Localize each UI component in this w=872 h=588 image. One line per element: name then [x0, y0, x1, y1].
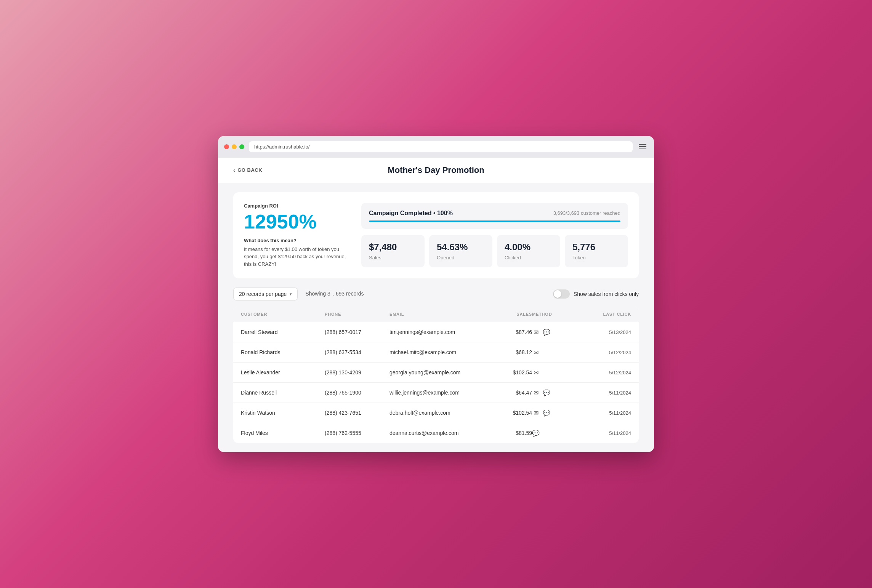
td-email: deanna.curtis@example.com — [390, 430, 486, 436]
td-email: tim.jennings@example.com — [390, 329, 486, 335]
email-icon: ✉ — [532, 369, 540, 376]
metric-card-sales: $7,480 Sales — [361, 235, 425, 267]
metric-card-clicked: 4.00% Clicked — [497, 235, 560, 267]
td-customer: Leslie Alexander — [241, 369, 325, 375]
stats-card: Campaign ROI 12950% What does this mean?… — [233, 192, 639, 279]
go-back-label: GO BACK — [237, 167, 262, 173]
sms-icon: 💬 — [543, 328, 550, 336]
campaign-status: Campaign Completed • 100% — [369, 210, 453, 217]
progress-bar-fill — [369, 220, 620, 222]
td-phone: (288) 423-7651 — [325, 410, 390, 416]
td-email: michael.mitc@example.com — [390, 349, 486, 355]
th-last-click: LAST CLICK — [578, 312, 631, 316]
td-customer: Dianne Russell — [241, 390, 325, 396]
td-method: ✉ — [532, 369, 578, 376]
sms-icon: 💬 — [543, 409, 550, 417]
toggle-knob — [554, 290, 561, 298]
dropdown-arrow-icon: ▾ — [290, 292, 292, 297]
td-last-click: 5/11/2024 — [578, 410, 631, 416]
metric-label-opened: Opened — [437, 255, 485, 260]
metric-value-sales: $7,480 — [369, 242, 417, 252]
td-method: ✉ — [532, 348, 578, 356]
table-row: Kristin Watson (288) 423-7651 debra.holt… — [233, 403, 639, 423]
email-icon: ✉ — [532, 409, 540, 417]
email-icon: ✉ — [532, 328, 540, 336]
menu-icon[interactable] — [637, 142, 648, 151]
td-last-click: 5/11/2024 — [578, 430, 631, 436]
td-phone: (288) 130-4209 — [325, 369, 390, 375]
table-row: Darrell Steward (288) 657-0017 tim.jenni… — [233, 322, 639, 342]
data-table: CUSTOMER PHONE EMAIL SALES METHOD LAST C… — [233, 307, 639, 443]
td-sales: $81.59 — [486, 430, 532, 436]
metrics-grid: $7,480 Sales 54.63% Opened 4.00% Clicked — [361, 235, 628, 267]
metric-value-clicked: 4.00% — [505, 242, 553, 252]
url-bar[interactable]: https://admin.rushable.io/ — [249, 141, 633, 152]
roi-description-title: What does this mean? — [244, 238, 351, 243]
records-per-page-dropdown[interactable]: 20 records per page ▾ — [233, 288, 298, 300]
table-row: Floyd Miles (288) 762-5555 deanna.curtis… — [233, 423, 639, 443]
th-customer: CUSTOMER — [241, 312, 325, 316]
table-row: Leslie Alexander (288) 130-4209 georgia.… — [233, 363, 639, 383]
sms-icon: 💬 — [543, 389, 550, 396]
toggle-container: Show sales from clicks only — [553, 289, 639, 299]
td-customer: Darrell Steward — [241, 329, 325, 335]
toggle-label: Show sales from clicks only — [574, 291, 639, 297]
table-header: CUSTOMER PHONE EMAIL SALES METHOD LAST C… — [233, 307, 639, 322]
main-content: Campaign ROI 12950% What does this mean?… — [218, 183, 654, 452]
go-back-button[interactable]: ‹ GO BACK — [233, 167, 262, 173]
metric-value-token: 5,776 — [572, 242, 620, 252]
campaign-progress: Campaign Completed • 100% 3,693/3,693 cu… — [361, 203, 628, 229]
td-last-click: 5/12/2024 — [578, 350, 631, 355]
td-sales: $68.12 — [486, 349, 532, 355]
td-method: 💬 — [532, 429, 578, 437]
table-controls-left: 20 records per page ▾ Showing 3，693 reco… — [233, 288, 364, 300]
td-sales: $64.47 — [486, 390, 532, 396]
metric-label-token: Token — [572, 255, 620, 260]
td-last-click: 5/12/2024 — [578, 370, 631, 375]
th-method: METHOD — [532, 312, 578, 316]
metric-card-token: 5,776 Token — [565, 235, 628, 267]
maximize-button[interactable] — [239, 144, 244, 149]
th-phone: PHONE — [325, 312, 390, 316]
table-row: Ronald Richards (288) 637-5534 michael.m… — [233, 342, 639, 363]
th-sales: SALES — [486, 312, 532, 316]
right-section: Campaign Completed • 100% 3,693/3,693 cu… — [361, 203, 628, 268]
td-email: willie.jennings@example.com — [390, 390, 486, 396]
page-title: Mother's Day Promotion — [388, 165, 484, 175]
minimize-button[interactable] — [232, 144, 237, 149]
td-customer: Ronald Richards — [241, 349, 325, 355]
table-controls: 20 records per page ▾ Showing 3，693 reco… — [233, 288, 639, 300]
td-method: ✉ 💬 — [532, 409, 578, 417]
td-method: ✉ 💬 — [532, 389, 578, 396]
td-customer: Kristin Watson — [241, 410, 325, 416]
td-method: ✉ 💬 — [532, 328, 578, 336]
close-button[interactable] — [224, 144, 229, 149]
th-email: EMAIL — [390, 312, 486, 316]
td-email: debra.holt@example.com — [390, 410, 486, 416]
progress-bar-container — [369, 220, 620, 222]
td-sales: $87.46 — [486, 329, 532, 335]
sms-icon: 💬 — [532, 429, 540, 437]
email-icon: ✉ — [532, 389, 540, 396]
metric-label-clicked: Clicked — [505, 255, 553, 260]
page-header: ‹ GO BACK Mother's Day Promotion — [218, 158, 654, 183]
campaign-progress-header: Campaign Completed • 100% 3,693/3,693 cu… — [369, 210, 620, 217]
roi-description: It means for every $1.00 worth of token … — [244, 246, 351, 268]
roi-section: Campaign ROI 12950% What does this mean?… — [244, 203, 351, 268]
td-customer: Floyd Miles — [241, 430, 325, 436]
traffic-lights — [224, 144, 244, 149]
metric-card-opened: 54.63% Opened — [429, 235, 492, 267]
td-last-click: 5/13/2024 — [578, 329, 631, 335]
metric-value-opened: 54.63% — [437, 242, 485, 252]
chevron-left-icon: ‹ — [233, 167, 235, 173]
records-per-page-label: 20 records per page — [239, 291, 287, 297]
browser-chrome: https://admin.rushable.io/ — [218, 136, 654, 158]
metric-label-sales: Sales — [369, 255, 417, 260]
roi-value: 12950% — [244, 212, 351, 232]
td-email: georgia.young@example.com — [390, 369, 486, 375]
customer-reached: 3,693/3,693 customer reached — [553, 210, 620, 216]
showing-records-label: Showing 3，693 records — [305, 291, 364, 297]
roi-label: Campaign ROI — [244, 203, 351, 209]
show-clicks-only-toggle[interactable] — [553, 289, 570, 299]
email-icon: ✉ — [532, 348, 540, 356]
